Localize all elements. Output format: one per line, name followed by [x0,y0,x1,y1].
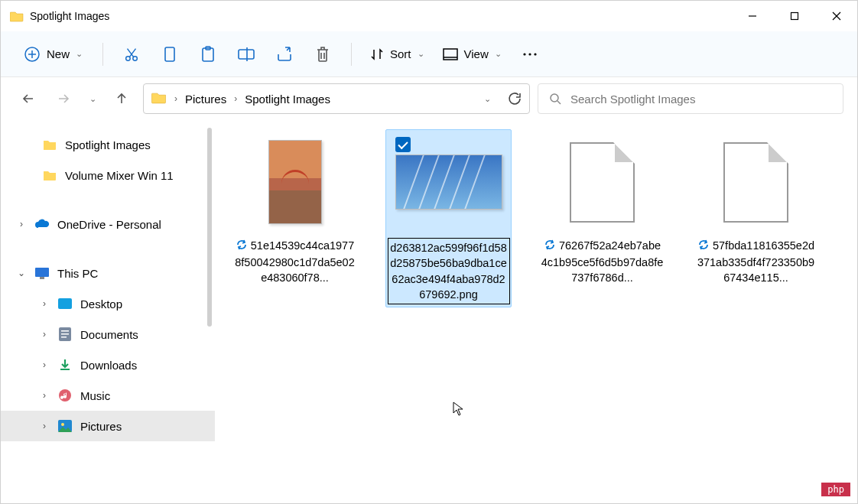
breadcrumb[interactable]: › Pictures › Spotlight Images ⌄ [143,83,530,114]
refresh-icon[interactable] [508,92,522,106]
sidebar-item-desktop[interactable]: › Desktop [1,288,215,319]
maximize-button[interactable] [773,1,815,31]
svg-point-18 [534,53,536,55]
file-list: 51e14539c44ca19778f50042980c1d7da5e02e48… [215,120,857,503]
sidebar-item-documents[interactable]: › Documents [1,319,215,350]
rename-button[interactable] [230,38,262,70]
file-item[interactable]: d263812ac599f96f1d58d25875be56ba9dba1ce6… [385,129,512,307]
chevron-right-icon[interactable]: › [39,329,50,340]
pc-icon [34,265,50,281]
svg-rect-27 [61,337,67,338]
sidebar-item-onedrive[interactable]: › OneDrive - Personal [1,209,215,239]
separator [102,43,103,66]
sidebar-item-label: Spotlight Images [65,138,151,151]
desktop-icon [57,296,73,311]
sidebar-item-spotlight[interactable]: Spotlight Images [1,129,215,160]
sidebar-item-label: Desktop [80,298,122,311]
minimize-button[interactable] [731,1,773,31]
sidebar-item-label: OneDrive - Personal [57,218,161,231]
copy-button[interactable] [154,38,186,70]
chevron-down-icon: ⌄ [495,49,502,59]
svg-rect-22 [40,277,44,279]
svg-rect-23 [58,298,72,309]
watermark: php [821,483,850,496]
sync-icon [697,239,710,255]
back-button[interactable] [15,85,42,112]
file-item[interactable]: 51e14539c44ca19778f50042980c1d7da5e02e48… [232,129,358,288]
view-button[interactable]: View ⌄ [437,43,508,65]
chevron-down-icon[interactable]: ⌄ [484,94,491,104]
sidebar-item-label: Documents [80,328,138,341]
file-name: 76267f52a24eb7abe4c1b95ce5f6d5b97da8fe73… [541,238,664,285]
more-button[interactable] [514,38,546,70]
cut-button[interactable] [115,38,148,70]
chevron-right-icon[interactable]: › [39,359,50,370]
forward-button[interactable] [50,85,77,112]
chevron-down-icon: ⌄ [418,49,424,59]
file-name: 57fbda11816355e2d371ab335df4f723350b9674… [695,238,817,285]
chevron-right-icon[interactable]: › [39,390,50,401]
sidebar-scrollbar[interactable] [207,128,212,327]
sidebar-item-volumemixer[interactable]: Volume Mixer Win 11 [1,160,215,190]
sidebar-item-downloads[interactable]: › Downloads [1,350,215,380]
sidebar-item-thispc[interactable]: ⌄ This PC [1,258,215,288]
chevron-right-icon[interactable]: › [39,298,50,309]
svg-rect-26 [61,333,69,335]
file-item[interactable]: 57fbda11816355e2d371ab335df4f723350b9674… [693,129,819,288]
thumbnail [395,154,502,210]
new-button[interactable]: New ⌄ [16,41,90,67]
separator [351,43,352,66]
chevron-down-icon[interactable]: ⌄ [16,268,27,278]
svg-line-20 [557,101,561,104]
file-item[interactable]: 76267f52a24eb7abe4c1b95ce5f6d5b97da8fe73… [539,129,665,288]
svg-point-17 [528,53,531,55]
titlebar: Spotlight Images [1,1,857,31]
sort-button[interactable]: Sort ⌄ [364,43,431,66]
crumb-sep-icon: › [174,93,177,104]
up-button[interactable] [108,85,135,112]
folder-icon [151,92,167,106]
thumbnail [268,140,322,224]
file-name: 51e14539c44ca19778f50042980c1d7da5e02e48… [234,238,356,285]
search-box[interactable] [538,83,843,114]
sync-icon [544,239,556,255]
window-title: Spotlight Images [30,10,731,22]
downloads-icon [57,357,73,372]
checkbox-icon[interactable] [395,137,411,152]
crumb-spotlight[interactable]: Spotlight Images [245,93,330,106]
sidebar-item-label: This PC [57,267,98,280]
search-input[interactable] [570,93,832,106]
paste-button[interactable] [192,38,224,70]
close-button[interactable] [815,1,857,31]
sidebar-item-label: Pictures [80,420,122,433]
navigation-pane: Spotlight Images Volume Mixer Win 11 › O… [1,120,215,503]
chevron-right-icon[interactable]: › [16,219,27,229]
svg-rect-12 [239,50,254,59]
view-label: View [464,47,489,60]
chevron-right-icon[interactable]: › [39,421,50,431]
search-icon [549,93,561,105]
recent-button[interactable]: ⌄ [85,85,100,112]
svg-rect-21 [35,268,49,277]
svg-point-30 [61,423,64,426]
onedrive-icon [34,216,50,232]
sidebar-item-music[interactable]: › Music [1,380,215,411]
svg-rect-25 [61,330,69,332]
sync-icon [236,239,248,255]
file-name-edit[interactable]: d263812ac599f96f1d58d25875be56ba9dba1ce6… [388,238,510,304]
share-button[interactable] [268,38,301,70]
svg-point-19 [551,94,558,102]
folder-icon [10,11,24,22]
svg-rect-9 [165,47,174,61]
folder-icon [42,167,57,183]
chevron-down-icon: ⌄ [76,49,83,59]
sort-label: Sort [390,47,411,60]
documents-icon [57,327,73,342]
cursor-icon [453,402,465,420]
crumb-pictures[interactable]: Pictures [185,93,226,106]
music-icon [57,388,73,403]
delete-button[interactable] [307,38,339,70]
sidebar-item-pictures[interactable]: › Pictures [1,411,215,441]
address-bar-row: ⌄ › Pictures › Spotlight Images ⌄ [1,77,857,120]
svg-rect-1 [791,13,798,20]
